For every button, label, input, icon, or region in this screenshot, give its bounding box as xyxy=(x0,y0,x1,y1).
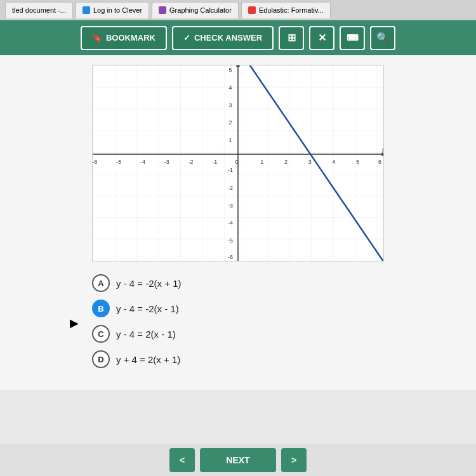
svg-text:5: 5 xyxy=(229,67,232,73)
choice-d-text: y + 4 = 2(x + 1) xyxy=(116,354,180,365)
tab-clever-label: Log in to Clever xyxy=(93,6,142,14)
tab-bar: tled document -... Log in to Clever Grap… xyxy=(0,0,476,20)
svg-text:3: 3 xyxy=(229,102,232,109)
svg-text:-5: -5 xyxy=(116,159,121,165)
svg-text:-6: -6 xyxy=(228,254,233,260)
svg-text:0: 0 xyxy=(235,159,239,165)
choice-a[interactable]: A y - 4 = -2(x + 1) xyxy=(92,274,384,292)
graphing-icon xyxy=(159,6,166,14)
search-icon: 🔍 xyxy=(376,32,389,44)
next-arrow-icon: > xyxy=(291,455,296,465)
calculator-button[interactable]: ⌨ xyxy=(340,26,365,50)
graph-container: -6 -5 -4 -3 -2 -1 0 1 2 3 4 5 6 x 5 4 3 … xyxy=(92,65,384,261)
svg-text:-4: -4 xyxy=(228,220,233,226)
svg-text:-2: -2 xyxy=(188,159,194,165)
tab-graphing[interactable]: Graphing Calculator xyxy=(152,2,239,18)
svg-text:-2: -2 xyxy=(228,185,233,191)
svg-text:4: 4 xyxy=(333,159,336,165)
graph-svg: -6 -5 -4 -3 -2 -1 0 1 2 3 4 5 6 x 5 4 3 … xyxy=(93,65,383,261)
svg-text:-6: -6 xyxy=(93,159,97,165)
choice-d-letter: D xyxy=(98,355,103,364)
toolbar: 🔖 BOOKMARK ✓ CHECK ANSWER ⊞ ✕ ⌨ 🔍 xyxy=(0,20,476,55)
svg-text:2: 2 xyxy=(229,119,232,126)
nav-bar: < NEXT > xyxy=(0,444,476,476)
grid-button[interactable]: ⊞ xyxy=(279,26,304,50)
close-icon: ✕ xyxy=(318,32,326,44)
grid-icon: ⊞ xyxy=(288,32,296,44)
choice-a-letter: A xyxy=(98,279,103,288)
choice-c[interactable]: C y - 4 = 2(x - 1) xyxy=(92,325,384,343)
prev-icon: < xyxy=(180,455,185,465)
edulastic-icon xyxy=(248,6,256,14)
next-arrow-button[interactable]: > xyxy=(281,448,307,472)
svg-text:3: 3 xyxy=(308,159,312,165)
svg-text:-1: -1 xyxy=(228,167,233,173)
choice-b-text: y - 4 = -2(x - 1) xyxy=(116,303,179,314)
svg-text:4: 4 xyxy=(229,84,232,91)
svg-text:6: 6 xyxy=(378,159,381,165)
checkmark-icon: ✓ xyxy=(183,33,190,43)
choice-a-text: y - 4 = -2(x + 1) xyxy=(116,278,182,289)
calculator-icon: ⌨ xyxy=(347,33,359,43)
svg-text:1: 1 xyxy=(260,159,263,165)
tab-graphing-label: Graphing Calculator xyxy=(169,6,232,14)
svg-text:-3: -3 xyxy=(164,159,169,165)
svg-text:5: 5 xyxy=(356,159,359,165)
svg-text:2: 2 xyxy=(284,159,288,165)
choice-d-circle[interactable]: D xyxy=(92,350,110,368)
tab-clever[interactable]: Log in to Clever xyxy=(76,2,149,18)
next-button[interactable]: NEXT xyxy=(200,448,276,472)
choice-b[interactable]: B y - 4 = -2(x - 1) xyxy=(92,300,384,317)
choice-b-letter: B xyxy=(98,304,103,314)
choice-c-letter: C xyxy=(98,329,103,339)
svg-text:-5: -5 xyxy=(228,237,233,244)
tab-untitled-label: tled document -... xyxy=(12,6,66,14)
choice-c-circle[interactable]: C xyxy=(92,325,110,343)
tab-edulastic-label: Edulastic: Formativ... xyxy=(259,6,324,14)
choice-d[interactable]: D y + 4 = 2(x + 1) xyxy=(92,350,384,368)
tab-edulastic[interactable]: Edulastic: Formativ... xyxy=(241,2,331,18)
check-answer-label: CHECK ANSWER xyxy=(194,33,262,43)
svg-text:-4: -4 xyxy=(140,159,145,165)
search-button[interactable]: 🔍 xyxy=(370,26,395,50)
svg-text:-1: -1 xyxy=(212,159,217,165)
tab-untitled[interactable]: tled document -... xyxy=(5,2,73,18)
svg-marker-4 xyxy=(236,65,240,67)
bookmark-icon: 🔖 xyxy=(92,33,102,43)
bookmark-button[interactable]: 🔖 BOOKMARK xyxy=(81,26,167,50)
choice-c-text: y - 4 = 2(x - 1) xyxy=(116,329,176,340)
prev-button[interactable]: < xyxy=(169,448,195,472)
choices-container: A y - 4 = -2(x + 1) B y - 4 = -2(x - 1) … xyxy=(92,274,384,368)
main-content: -6 -5 -4 -3 -2 -1 0 1 2 3 4 5 6 x 5 4 3 … xyxy=(0,55,476,390)
clever-icon xyxy=(83,6,90,14)
svg-text:-3: -3 xyxy=(228,202,233,209)
next-label: NEXT xyxy=(226,455,249,465)
svg-text:x: x xyxy=(382,146,383,153)
choice-a-circle[interactable]: A xyxy=(92,274,110,292)
choice-b-circle[interactable]: B xyxy=(92,300,110,317)
check-answer-button[interactable]: ✓ CHECK ANSWER xyxy=(172,26,274,50)
close-button[interactable]: ✕ xyxy=(309,26,334,50)
bookmark-label: BOOKMARK xyxy=(106,33,155,43)
svg-text:1: 1 xyxy=(229,137,232,143)
